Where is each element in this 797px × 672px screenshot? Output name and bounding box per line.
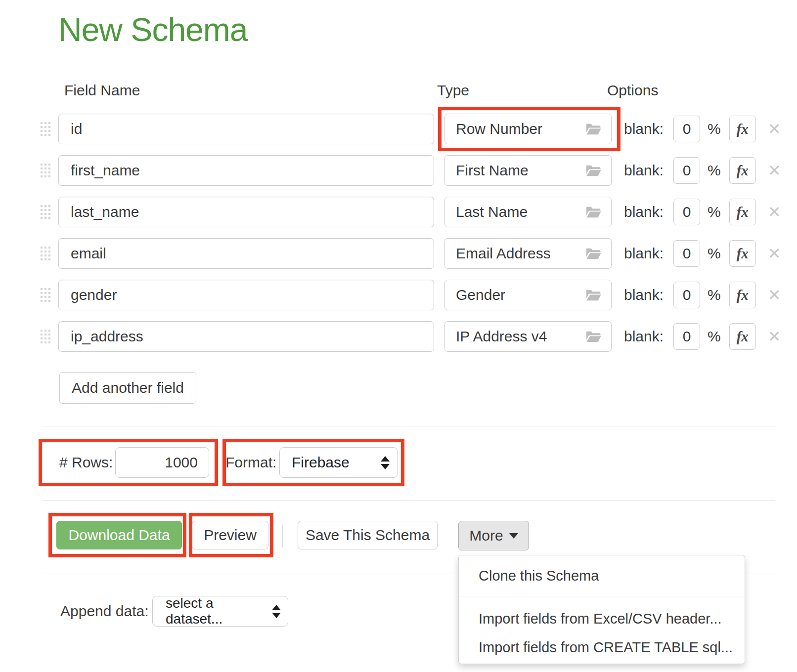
blank-percent-input[interactable] <box>673 323 700 350</box>
fx-icon: fx <box>737 287 749 303</box>
format-select-value: Firebase <box>292 454 350 471</box>
drag-handle-icon[interactable] <box>41 164 50 177</box>
more-button-label: More <box>469 527 503 544</box>
folder-open-icon <box>586 331 601 343</box>
blank-percent-input[interactable] <box>673 240 700 267</box>
remove-field-icon[interactable]: ✕ <box>768 121 781 137</box>
field-name-input[interactable] <box>58 114 434 144</box>
field-type-label: Row Number <box>456 121 542 137</box>
caret-down-icon <box>509 533 518 539</box>
field-type-button[interactable]: First Name <box>444 155 612 186</box>
folder-open-icon <box>586 248 601 260</box>
drag-handle-icon[interactable] <box>41 122 50 136</box>
add-another-field-button[interactable]: Add another field <box>59 372 196 404</box>
select-arrows-icon <box>272 605 281 618</box>
divider <box>42 426 775 426</box>
preview-button[interactable]: Preview <box>192 521 268 549</box>
format-label: Format: <box>225 439 276 486</box>
field-row: Gender blank: % fx ✕ <box>0 280 797 310</box>
more-menu-item[interactable]: Import fields from Excel/CSV header... <box>459 596 745 631</box>
remove-field-icon[interactable]: ✕ <box>768 329 781 344</box>
page-title: New Schema <box>58 11 248 48</box>
new-schema-page: { "page": { "title": "New Schema" }, "co… <box>0 0 797 672</box>
blank-label: blank: <box>624 121 664 137</box>
field-type-button[interactable]: Row Number <box>444 114 612 144</box>
formula-button[interactable]: fx <box>729 282 756 308</box>
more-menu-item[interactable]: Clone this Schema <box>459 555 745 596</box>
formula-button[interactable]: fx <box>729 323 756 350</box>
field-row: First Name blank: % fx ✕ <box>0 155 797 186</box>
field-name-input[interactable] <box>58 238 434 269</box>
column-header-field-name: Field Name <box>64 82 140 99</box>
field-row: Email Address blank: % fx ✕ <box>0 238 797 269</box>
field-row: Row Number blank: % fx ✕ <box>0 114 797 144</box>
more-button[interactable]: More <box>458 521 529 550</box>
drag-handle-icon[interactable] <box>41 330 50 343</box>
field-row: IP Address v4 blank: % fx ✕ <box>0 321 797 352</box>
field-type-label: IP Address v4 <box>456 328 547 345</box>
folder-open-icon <box>586 206 601 218</box>
column-header-options: Options <box>607 82 658 99</box>
field-name-input[interactable] <box>58 197 434 227</box>
folder-open-icon <box>586 123 601 135</box>
field-type-button[interactable]: IP Address v4 <box>444 321 612 352</box>
append-data-label: Append data: <box>60 596 149 627</box>
percent-sign: % <box>708 162 721 179</box>
field-name-input[interactable] <box>58 321 434 352</box>
formula-button[interactable]: fx <box>729 199 756 225</box>
drag-handle-icon[interactable] <box>41 288 50 302</box>
formula-button[interactable]: fx <box>729 157 756 184</box>
blank-label: blank: <box>624 328 664 345</box>
field-name-input[interactable] <box>58 280 434 310</box>
percent-sign: % <box>708 328 721 345</box>
fx-icon: fx <box>737 121 749 137</box>
blank-percent-input[interactable] <box>673 199 700 225</box>
field-name-input[interactable] <box>58 155 434 186</box>
drag-handle-icon[interactable] <box>41 247 50 260</box>
format-select[interactable]: Firebase <box>279 447 398 478</box>
folder-open-icon <box>586 289 601 301</box>
more-menu-item[interactable]: Import fields from CREATE TABLE sql... <box>459 631 745 664</box>
field-type-button[interactable]: Last Name <box>444 197 612 227</box>
drag-handle-icon[interactable] <box>41 205 50 219</box>
append-select-value: select a dataset... <box>166 595 272 627</box>
field-type-label: Email Address <box>456 245 551 262</box>
download-data-button[interactable]: Download Data <box>56 521 182 549</box>
blank-label: blank: <box>624 245 664 262</box>
append-dataset-select[interactable]: select a dataset... <box>152 596 288 627</box>
button-separator <box>282 525 283 547</box>
percent-sign: % <box>708 204 721 220</box>
fx-icon: fx <box>737 329 749 345</box>
field-type-label: Gender <box>456 287 505 303</box>
formula-button[interactable]: fx <box>729 240 756 267</box>
field-rows: Row Number blank: % fx ✕ First Name <box>0 114 797 363</box>
blank-label: blank: <box>624 162 664 179</box>
fx-icon: fx <box>737 246 749 262</box>
percent-sign: % <box>708 245 721 262</box>
formula-button[interactable]: fx <box>729 116 756 142</box>
num-rows-label: # Rows: <box>59 439 113 486</box>
select-arrows-icon <box>381 456 390 469</box>
remove-field-icon[interactable]: ✕ <box>768 163 781 178</box>
field-type-label: Last Name <box>456 204 528 220</box>
field-row: Last Name blank: % fx ✕ <box>0 197 797 227</box>
divider <box>42 500 775 501</box>
remove-field-icon[interactable]: ✕ <box>768 287 781 303</box>
save-schema-button[interactable]: Save This Schema <box>298 521 438 549</box>
blank-percent-input[interactable] <box>673 116 700 142</box>
blank-percent-input[interactable] <box>673 282 700 308</box>
remove-field-icon[interactable]: ✕ <box>768 246 781 261</box>
column-header-type: Type <box>437 82 469 99</box>
remove-field-icon[interactable]: ✕ <box>768 204 781 220</box>
fx-icon: fx <box>737 204 749 220</box>
folder-open-icon <box>586 165 601 177</box>
more-menu: Clone this Schema Import fields from Exc… <box>458 555 745 664</box>
field-type-button[interactable]: Gender <box>444 280 612 310</box>
field-type-button[interactable]: Email Address <box>444 238 612 269</box>
blank-label: blank: <box>624 204 664 220</box>
percent-sign: % <box>708 121 721 137</box>
num-rows-input[interactable] <box>115 447 209 478</box>
blank-label: blank: <box>624 287 664 303</box>
blank-percent-input[interactable] <box>673 157 700 184</box>
field-type-label: First Name <box>456 162 529 179</box>
